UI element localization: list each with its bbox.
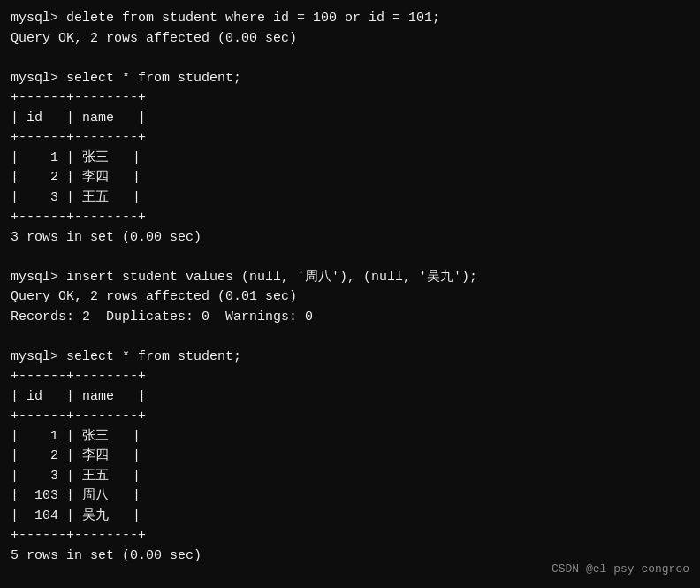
watermark: CSDN @el psy congroo [552, 561, 689, 578]
terminal-output: mysql> delete from student where id = 10… [11, 9, 689, 566]
